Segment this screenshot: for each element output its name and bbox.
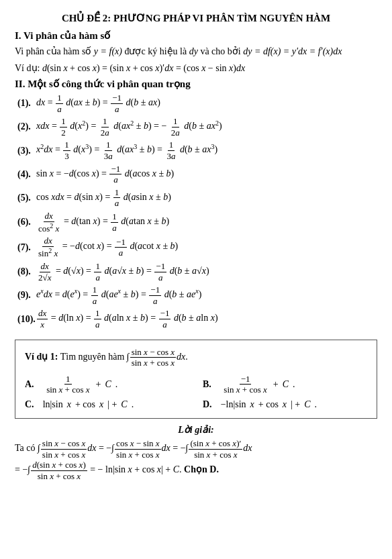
formula-1: (1). dx = 1a d(ax ± b) = −1a d(b ± ax) [17,93,377,114]
formula-4: (4). sin x = −d(cos x) = −1a d(acos x ± … [17,164,377,185]
formula-5: (5). cos xdx = d(sin x) = 1a d(asin x ± … [17,187,377,209]
section1-heading: I. Vi phân của hàm số [15,30,377,42]
formula-10: (10). dxx = d(ln x) = 1a d(aln x ± b) = … [17,308,377,329]
solution-title: Lời giải: [15,424,377,436]
section2-heading: II. Một số công thức vi phân quan trọng [15,78,377,90]
formula-list: (1). dx = 1a d(ax ± b) = −1a d(b ± ax) (… [17,93,377,330]
section1-para1: Vi phân của hàm số y = f(x) được ký hiệu… [15,44,377,58]
options-grid: A. 1sin x + cos x + C. B. −1sin x + cos … [25,374,367,410]
solution-body: Ta có ∫sin x − cos xsin x + cos xdx = −∫… [15,438,377,481]
formula-2: (2). xdx = 12 d(x2) = 12a d(ax2 ± b) = −… [17,116,377,138]
example-box: Ví dụ 1: Tìm nguyên hàm ∫sin x − cos xsi… [15,340,377,419]
formula-3: (3). x2dx = 13 d(x3) = 13a d(ax3 ± b) = … [17,140,377,161]
formula-7: (7). dxsin2 x = −d(cot x) = −1a d(acot x… [17,236,377,259]
example-title: Ví dụ 1: Tìm nguyên hàm ∫sin x − cos xsi… [25,347,367,368]
section1-para2: Ví dụ: d(sin x + cos x) = (sin x + cos x… [15,61,377,75]
formula-9: (9). exdx = d(ex) = 1a d(aex ± b) = −1a … [17,285,377,306]
option-A: A. 1sin x + cos x + C. [25,374,189,395]
option-C: C. ln|sin x + cos x| + C. [25,399,189,410]
page-title: CHỦ ĐỀ 2: PHƯƠNG PHÁP VI PHÂN TÌM NGUYÊN… [15,12,377,24]
option-B: B. −1sin x + cos x + C. [203,374,367,395]
formula-8: (8). dx2√x = d(√x) = 1a d(a√x ± b) = −1a… [17,261,377,283]
option-D: D. −ln|sin x + cos x| + C. [203,399,367,410]
formula-6: (6). dxcos2 x = d(tan x) = 1a d(atan x ±… [17,211,377,234]
